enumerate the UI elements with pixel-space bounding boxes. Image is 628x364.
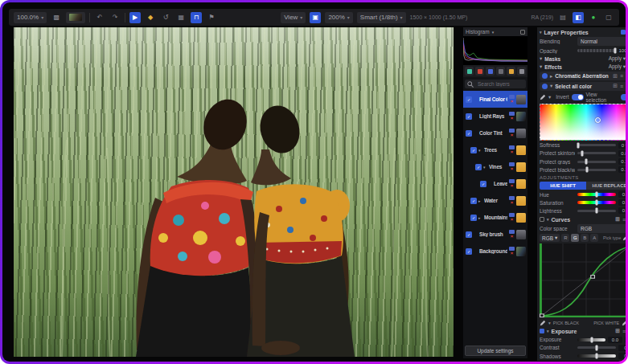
filter-groups-button[interactable] [507,67,515,76]
paint-tool-icon[interactable]: ◆ [145,12,156,23]
filter-hidden-button[interactable] [496,67,505,76]
layer-properties-header[interactable]: ▾ Layer Properties [540,29,626,36]
filter-deleted-button[interactable] [475,67,484,76]
layer-visibility-checkbox[interactable]: ✓ [480,181,486,187]
filter-layers-button[interactable] [486,67,495,76]
panel-dock-icon[interactable] [621,30,626,35]
layer-visibility-checkbox[interactable]: ✓ [470,215,477,221]
curve-editor[interactable] [540,243,626,317]
layer-visibility-checkbox[interactable]: ✓ [466,248,472,255]
fit-view-icon[interactable]: ▣ [310,12,321,23]
layer-row[interactable]: ✓ Sky brush × [463,226,527,243]
chevron-down-icon[interactable]: ▾ [548,321,551,325]
drag-handle-icon[interactable]: ≡ [620,73,623,79]
color-space-select[interactable]: RGB ▾ [577,224,626,233]
color-spectrum-picker[interactable] [540,104,626,141]
exposure-slider[interactable] [577,338,605,342]
layer-visibility-checkbox[interactable]: ✓ [470,198,477,204]
layer-delete-icon[interactable]: × [511,235,514,239]
protect-bw-slider[interactable] [577,169,616,171]
filter-adjustments-button[interactable] [465,67,474,76]
layer-row[interactable]: ✓ Background × [463,243,527,260]
pick-black-eyedropper-icon[interactable] [540,320,546,326]
pick-white-eyedropper-icon[interactable] [622,320,626,326]
drag-handle-icon[interactable]: ≡ [622,329,626,334]
effect-enabled-checkbox[interactable] [542,84,548,89]
layer-delete-icon[interactable]: × [511,184,514,188]
layer-row[interactable]: ✓ ▾ Trees × [463,141,527,158]
contrast-slider[interactable] [577,346,616,349]
layer-visibility-checkbox[interactable]: ✓ [475,164,482,170]
drag-handle-icon[interactable]: ≡ [620,84,623,89]
shadows-slider[interactable] [577,354,616,358]
tab-hue-shift[interactable]: HUE SHIFT [540,182,586,190]
layer-caret[interactable]: ▸ [478,198,482,203]
layer-delete-icon[interactable]: × [511,133,514,137]
layer-row[interactable]: ✓ ▾ Vines × [463,158,527,175]
add-icon[interactable]: ⊞ [613,83,618,89]
add-icon[interactable]: ⊞ [613,73,618,80]
effect-select-all-color[interactable]: ▾ Select all color ⊞ ≡ ↻ [540,82,626,91]
lightness-slider[interactable] [577,210,616,212]
layer-visibility-checkbox[interactable]: ✓ [466,130,472,137]
layer-caret[interactable]: ▾ [478,148,482,153]
filter-images-button[interactable] [517,67,526,76]
add-icon[interactable]: ⊞ [615,328,620,334]
layer-delete-icon[interactable]: × [511,252,514,256]
exposure-enabled-checkbox[interactable] [540,329,544,333]
protect-grays-slider[interactable] [577,161,616,163]
update-settings-button[interactable]: Update settings [465,346,526,356]
curves-header[interactable]: ▾ Curves ⊞ ≡ ↻ [540,216,626,223]
layer-caret[interactable]: ▸ [478,215,482,220]
effect-chromatic-aberration[interactable]: ▸ Chromatic Aberration ⊞ ≡ ↻ [540,72,626,80]
status-ok-icon[interactable]: ● [588,12,599,23]
layer-delete-icon[interactable]: × [511,201,514,205]
add-icon[interactable]: ⊞ [615,216,620,223]
effects-row[interactable]: ▾ Effects Apply ▾ [540,63,626,70]
rotate-tool-icon[interactable]: ↺ [160,12,171,23]
layer-delete-icon[interactable]: × [511,117,514,121]
layer-delete-icon[interactable]: × [511,100,514,104]
view-selection-toggle[interactable] [621,94,626,100]
hue-slider[interactable] [577,193,616,196]
chevron-down-icon[interactable]: ▾ [548,94,551,100]
flag-icon[interactable]: ⚑ [206,12,217,23]
layer-search[interactable] [465,80,526,88]
layer-delete-icon[interactable]: × [511,167,514,171]
masks-row[interactable]: ▾ Masks Apply ▾ [540,55,626,62]
redo-icon[interactable]: ↷ [109,12,121,23]
eyedropper-icon[interactable] [540,94,546,100]
layer-visibility-checkbox[interactable]: ✓ [466,113,472,120]
softness-slider[interactable] [577,144,616,146]
zoom-dropdown[interactable]: 200% ▾ [325,12,352,23]
view-menu[interactable]: View ▾ [281,12,306,23]
blending-select[interactable]: Normal ▾ [577,37,626,46]
move-tool-icon[interactable]: ▶ [129,12,141,23]
pick-black-label[interactable]: PICK BLACK [553,321,579,325]
layer-visibility-checkbox[interactable]: ✓ [470,147,477,153]
pick-type[interactable]: Pick type ▾ [603,235,626,241]
tab-hue-replace[interactable]: HUE REPLACE [586,182,626,190]
settings-icon[interactable]: ▤ [557,12,568,23]
layer-delete-icon[interactable]: × [511,218,514,222]
layer-row[interactable]: ✓ Final Color Grade × [463,91,527,108]
layer-visibility-checkbox[interactable]: ✓ [466,231,472,238]
channel-a-button[interactable]: A [590,234,598,242]
search-input[interactable] [476,80,523,88]
layer-caret[interactable]: ▾ [483,165,487,170]
undo-icon[interactable]: ↶ [94,12,105,23]
channel-r-button[interactable]: R [561,234,569,242]
saturation-slider[interactable] [577,201,616,204]
channel-g-button[interactable]: G [571,234,579,242]
pick-white-label[interactable]: PICK WHITE [593,321,619,325]
snapping-icon[interactable]: ⊓ [191,12,202,23]
effect-enabled-checkbox[interactable] [542,73,548,79]
grid-tool-icon[interactable]: ▦ [175,12,187,23]
preset-dropdown[interactable]: 100.0% ▾ [14,12,47,23]
layer-row[interactable]: ✓ Leaves × [463,175,527,192]
exposure-header[interactable]: ▾ Exposure ⊞ ≡ ↻ [540,328,626,335]
expand-icon[interactable] [520,30,525,35]
effects-apply-dropdown[interactable]: Apply ▾ [609,63,626,70]
histogram-header[interactable]: Histogram ▾ [463,27,527,36]
layer-row[interactable]: ✓ ▸ Mountains × [463,209,527,226]
